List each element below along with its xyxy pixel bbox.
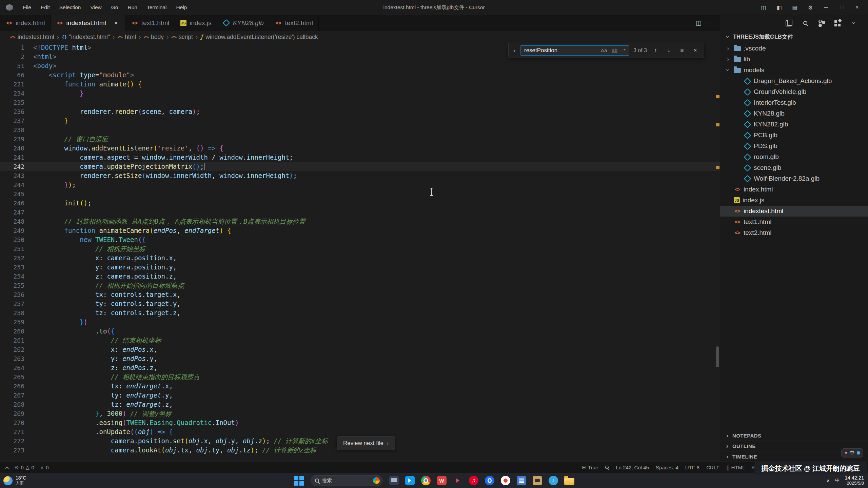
line-number[interactable]: 243 — [0, 171, 24, 180]
minimize-button[interactable]: ─ — [818, 2, 833, 13]
taskbar-app-file-explorer[interactable] — [562, 474, 576, 487]
line-number[interactable]: 261 — [0, 336, 24, 345]
taskbar-app-chrome[interactable] — [419, 474, 433, 487]
trae-status[interactable]: ⊞Trae — [582, 465, 598, 470]
line-number[interactable]: 268 — [0, 400, 24, 409]
code-line-234[interactable]: 234 } — [0, 89, 720, 98]
code-line-252[interactable]: 252 x: camera.position.x, — [0, 253, 720, 263]
line-number[interactable]: 264 — [0, 363, 24, 372]
next-match-icon[interactable]: ↓ — [664, 46, 673, 55]
layout-panel-icon[interactable]: ◫ — [756, 2, 771, 13]
code-line-238[interactable]: 238 — [0, 125, 720, 135]
line-number[interactable]: 270 — [0, 418, 24, 427]
line-number[interactable]: 236 — [0, 107, 24, 116]
taskbar-app-docs[interactable] — [514, 474, 529, 487]
line-number[interactable]: 255 — [0, 281, 24, 290]
code-line-246[interactable]: 246 init(); — [0, 199, 720, 208]
regex-icon[interactable]: .* — [621, 47, 627, 54]
line-number[interactable]: 221 — [0, 80, 24, 89]
code-line-235[interactable]: 235 — [0, 98, 720, 107]
line-number[interactable]: 247 — [0, 208, 24, 217]
line-number[interactable]: 251 — [0, 244, 24, 253]
menu-file[interactable]: File — [18, 3, 36, 12]
line-number[interactable]: 235 — [0, 98, 24, 107]
code-line-247[interactable]: 247 — [0, 208, 720, 217]
tree-item-KYN28.glb[interactable]: KYN28.glb — [720, 108, 868, 119]
line-number[interactable]: 237 — [0, 116, 24, 125]
menu-help[interactable]: Help — [172, 3, 192, 12]
tree-item-Dragon_Baked_Actions.glb[interactable]: Dragon_Baked_Actions.glb — [720, 76, 868, 86]
tree-item-GroundVehicle.glb[interactable]: GroundVehicle.glb — [720, 86, 868, 97]
code-line-259[interactable]: 259 }) — [0, 318, 720, 327]
overview-ruler[interactable] — [715, 43, 720, 462]
tab-KYN28.glb[interactable]: KYN28.glb — [217, 15, 270, 31]
taskbar-app-netease-music[interactable]: ♫ — [467, 474, 481, 487]
pages-icon[interactable] — [785, 19, 793, 27]
breadcrumb-item[interactable]: <>html — [117, 34, 136, 41]
line-number[interactable]: 246 — [0, 199, 24, 208]
code-line-244[interactable]: 244 }); — [0, 180, 720, 189]
settings-icon[interactable]: ⚙ — [803, 2, 818, 13]
code-line-256[interactable]: 256 tx: controls.target.x, — [0, 290, 720, 299]
tree-item-Wolf-Blender-2.82a.glb[interactable]: Wolf-Blender-2.82a.glb — [720, 173, 868, 184]
tree-item-text1.html[interactable]: <>text1.html — [720, 217, 868, 227]
code-line-243[interactable]: 243 renderer.setSize(window.innerWidth, … — [0, 171, 720, 180]
code-line-250[interactable]: 250 new TWEEN.Tween({ — [0, 235, 720, 244]
tab-indextest.html[interactable]: <>indextest.html× — [51, 15, 126, 31]
line-number[interactable]: 51 — [0, 61, 24, 70]
tree-item-models[interactable]: ›models — [720, 65, 868, 76]
taskbar-app-qq-music[interactable] — [498, 474, 513, 487]
maximize-button[interactable]: □ — [834, 2, 849, 13]
taskbar-app-wps[interactable]: W — [435, 474, 449, 487]
code-line-260[interactable]: 260 .to({ — [0, 327, 720, 336]
source-control-icon[interactable] — [817, 19, 826, 27]
code-line-263[interactable]: 263 y: endPos.y, — [0, 354, 720, 363]
code-line-242[interactable]: 242 camera.updateProjectionMatrix(); — [0, 162, 720, 171]
more-actions-icon[interactable]: ··· — [707, 19, 713, 26]
close-find-icon[interactable]: × — [691, 46, 700, 55]
line-number[interactable]: 252 — [0, 253, 24, 263]
code-line-264[interactable]: 264 z: endPos.z, — [0, 363, 720, 372]
line-number[interactable]: 256 — [0, 290, 24, 299]
taskbar-app-media-player[interactable] — [451, 474, 465, 487]
extensions-icon[interactable] — [833, 19, 842, 27]
line-number[interactable]: 241 — [0, 153, 24, 162]
close-icon[interactable]: × — [112, 19, 120, 27]
menu-selection[interactable]: Selection — [55, 3, 85, 12]
line-number[interactable]: 66 — [0, 70, 24, 80]
zoom-status[interactable] — [605, 465, 609, 469]
find-expand-chevron-icon[interactable]: › — [513, 47, 516, 54]
line-number[interactable]: 263 — [0, 354, 24, 363]
code-line-268[interactable]: 268 tz: endTarget.z, — [0, 400, 720, 409]
line-number[interactable]: 239 — [0, 135, 24, 144]
panel-notepads[interactable]: ›NOTEPADS — [720, 430, 868, 441]
line-number[interactable]: 234 — [0, 89, 24, 98]
code-line-66[interactable]: 66 <script type="module"> — [0, 70, 720, 80]
line-number[interactable]: 259 — [0, 318, 24, 327]
taskbar-app-game-center[interactable] — [530, 474, 545, 487]
line-number[interactable]: 250 — [0, 235, 24, 244]
chevron-down-icon[interactable]: › — [850, 19, 859, 27]
find-input[interactable]: resetPosition Aa ab .* — [520, 45, 629, 56]
tree-item-.vscode[interactable]: ›.vscode — [720, 43, 868, 54]
review-next-file-button[interactable]: Review next file › — [337, 436, 395, 450]
tab-text1.html[interactable]: <>text1.html — [126, 15, 175, 31]
layout-sidebar-icon[interactable]: ◧ — [772, 2, 787, 13]
ports-button[interactable]: ⋏ 0 — [40, 465, 49, 470]
taskbar-app-opera[interactable] — [482, 474, 497, 487]
code-line-237[interactable]: 237 } — [0, 116, 720, 125]
code-line-249[interactable]: 249 function animateCamera(endPos, endTa… — [0, 226, 720, 235]
line-number[interactable]: 253 — [0, 263, 24, 272]
split-editor-icon[interactable]: ◫ — [696, 19, 702, 27]
breadcrumb-item[interactable]: {}"indextest.html" — [62, 34, 110, 41]
code-line-245[interactable]: 245 — [0, 189, 720, 199]
code-line-267[interactable]: 267 ty: endTarget.y, — [0, 391, 720, 400]
code-line-255[interactable]: 255 // 相机开始指向的目标观察点 — [0, 281, 720, 290]
line-number[interactable]: 260 — [0, 327, 24, 336]
tree-item-index.js[interactable]: JSindex.js — [720, 195, 868, 206]
line-number[interactable]: 258 — [0, 308, 24, 318]
code-line-271[interactable]: 271 .onUpdate((obj) => { — [0, 427, 720, 436]
line-number[interactable]: 266 — [0, 382, 24, 391]
tree-item-scene.glb[interactable]: scene.glb — [720, 162, 868, 173]
code-line-51[interactable]: 51<body> — [0, 61, 720, 70]
